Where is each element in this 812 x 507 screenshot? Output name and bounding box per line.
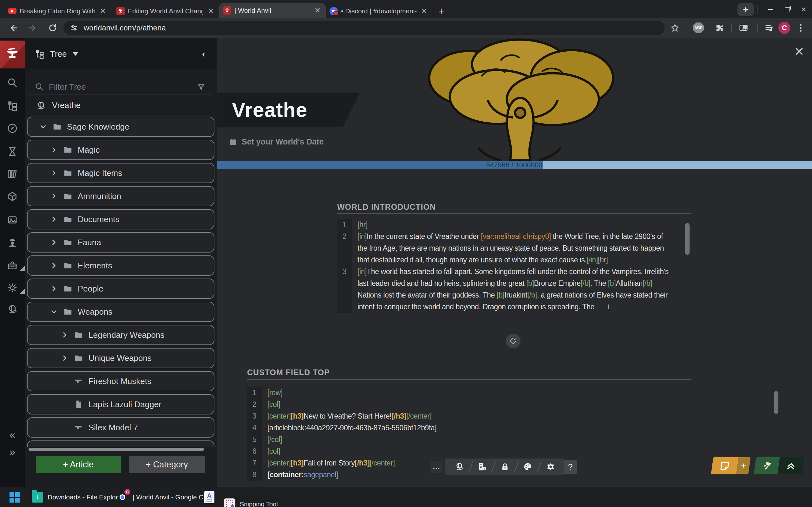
chevron-down-icon[interactable] [50,308,58,316]
world-anvil-logo[interactable] [0,41,25,68]
tree-item-documents[interactable]: Documents [27,209,214,229]
timeline-hourglass-icon[interactable] [0,143,25,160]
add-note-button[interactable]: + [736,457,751,474]
chevron-right-icon[interactable] [50,238,58,246]
taskbar-file-explorer[interactable]: Downloads - File Explor [32,487,118,507]
tags-button[interactable] [506,334,520,348]
more-options-button[interactable]: ... [430,461,443,473]
notes-button[interactable]: + [711,457,751,474]
chevron-down-icon[interactable] [72,52,78,56]
adblock-extension-icon[interactable]: ABP [693,22,704,34]
set-world-date-link[interactable]: Set your World's Date [229,137,323,147]
chevron-right-icon[interactable] [50,262,58,270]
article-info-icon[interactable] [473,462,491,471]
chevron-right-icon[interactable] [50,146,58,154]
sticky-note-icon[interactable] [711,457,739,474]
tree-horizontal-scrollbar[interactable] [29,448,204,451]
tree-item-magic[interactable]: Magic [27,140,214,160]
filter-funnel-icon[interactable] [197,82,206,91]
tree-item-ammunition[interactable]: Ammunition [27,186,214,206]
address-bar[interactable]: worldanvil.com/p/athena [63,21,664,35]
side-panel-search-icon[interactable] [738,22,749,34]
tree-item-elements[interactable]: Elements [27,256,214,276]
collapse-left-icon[interactable]: « [0,426,25,443]
tree-item-lapis-lazuli-dagger[interactable]: Lapis Lazuli Dagger [27,394,214,414]
library-books-icon[interactable] [0,165,25,183]
tree-item-fauna[interactable]: Fauna [27,232,214,252]
site-settings-icon[interactable] [70,24,78,32]
browser-tab-0[interactable]: Breaking Elden Ring With The C✕ [4,4,111,18]
tab-close-icon[interactable]: ✕ [313,6,322,15]
url-text[interactable]: worldanvil.com/p/athena [84,23,166,32]
chevron-right-icon[interactable] [50,285,58,293]
chevron-right-icon[interactable] [50,192,58,200]
toolbox-icon[interactable] [0,257,25,274]
tree-item-unique-weapons[interactable]: Unique Weapons [27,348,214,368]
search-icon[interactable] [0,74,25,92]
browser-tab-1[interactable]: Editing World Anvil Changes are✕ [113,4,219,18]
profile-avatar[interactable]: C [778,22,791,34]
new-tab-button[interactable]: + [434,4,449,18]
explore-compass-icon[interactable] [0,119,25,137]
restore-button[interactable] [779,3,796,16]
expand-right-icon[interactable]: » [0,443,25,460]
tree-item-sage-knowledge[interactable]: Sage Knowledge [27,117,214,137]
chevron-right-icon[interactable] [61,331,69,339]
tree-root-world[interactable]: Vreathe [36,101,81,110]
tree-item-clipped[interactable] [27,441,214,447]
tree-item-silex-model-7[interactable]: Silex Model 7 [27,417,214,438]
help-button[interactable]: ? [564,460,577,474]
filter-tree-input[interactable]: Filter Tree [29,79,212,95]
back-button[interactable] [7,21,20,34]
close-window-button[interactable]: × [796,3,812,16]
folder-icon [63,168,72,178]
forward-button[interactable] [27,21,39,34]
tree-item-people[interactable]: People [27,279,214,299]
minimize-button[interactable] [763,3,779,16]
media-controls-icon[interactable] [763,22,774,34]
chevron-right-icon[interactable] [50,215,58,223]
close-dashboard-icon[interactable]: ✕ [794,45,804,59]
tree-item-legendary-weapons[interactable]: Legendary Weapons [27,325,214,345]
tab-close-icon[interactable]: ✕ [98,7,107,15]
browser-menu-icon[interactable] [799,23,802,33]
world-introduction-editor[interactable]: 1[hr]2[in]In the current state of Vreath… [337,219,692,315]
collapse-panel-icon[interactable]: ‹ [202,49,205,59]
chevron-right-icon[interactable] [61,354,69,362]
objects-cube-icon[interactable] [0,187,25,205]
editor-scrollbar[interactable] [774,391,778,414]
start-button[interactable] [9,487,20,507]
world-tree-icon[interactable] [0,97,25,114]
gamemaster-icon[interactable] [0,234,25,251]
snipping-tool-toast[interactable]: Snipping Tool [224,494,278,507]
chevron-right-icon[interactable] [50,169,58,177]
quick-create-button[interactable] [754,457,805,474]
extensions-puzzle-icon[interactable] [714,22,725,34]
editor-scrollbar[interactable] [685,223,690,255]
browser-tab-3[interactable]: • Discord | #development-discu✕ [326,4,432,18]
browser-tab-2[interactable]: | World Anvil✕ [219,3,326,18]
settings-gear-icon[interactable] [542,462,560,471]
tree-item-magic-items[interactable]: Magic Items [27,163,214,183]
tree-view-label[interactable]: Tree [50,49,67,59]
lock-icon[interactable] [496,462,514,471]
world-globe-icon[interactable] [450,462,468,471]
tab-close-icon[interactable]: ✕ [420,7,428,15]
add-article-button[interactable]: + Article [36,456,121,473]
palette-icon[interactable] [519,462,537,471]
scroll-to-top-icon[interactable] [777,457,805,474]
taskbar-chrome[interactable]: C | World Anvil - Google C [117,487,203,507]
images-icon[interactable] [0,211,25,229]
settings-gear-icon[interactable] [0,279,25,297]
reload-button[interactable] [46,21,59,34]
chevron-down-icon[interactable] [39,123,47,131]
bookmark-star-icon[interactable] [669,22,681,34]
tab-organizer-button[interactable] [738,3,754,16]
taskbar-word-app[interactable]: A [204,487,214,507]
tree-item-weapons[interactable]: Weapons [27,302,214,322]
tab-close-icon[interactable]: ✕ [206,7,215,15]
hammer-plus-icon[interactable] [754,457,780,474]
world-globe-icon[interactable] [0,300,25,318]
tree-item-fireshot-muskets[interactable]: Fireshot Muskets [27,371,214,391]
add-category-button[interactable]: + Category [129,456,205,473]
